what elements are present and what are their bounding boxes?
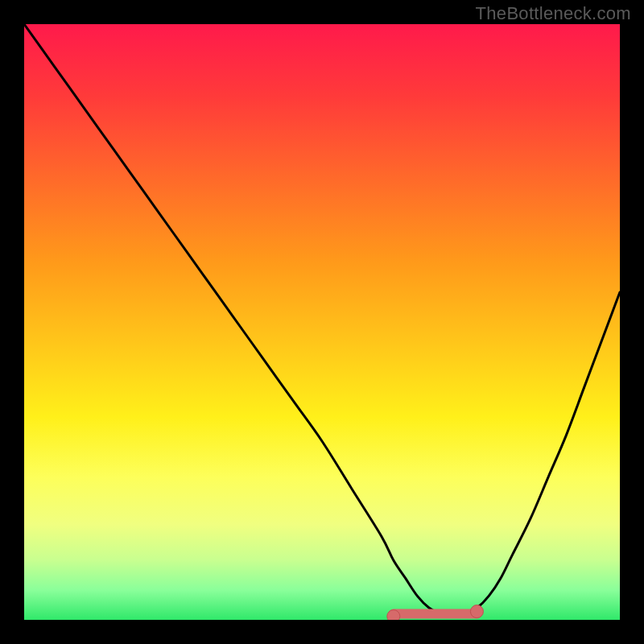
bottleneck-curve (24, 24, 620, 614)
highlight-segment (387, 605, 484, 620)
curve-group (24, 24, 620, 614)
watermark-text: TheBottleneck.com (476, 3, 631, 24)
plot-area (24, 24, 620, 620)
highlight-dot-start (387, 610, 400, 620)
highlight-dot-end (470, 605, 483, 618)
chart-svg (24, 24, 620, 620)
chart-frame: TheBottleneck.com (0, 0, 644, 644)
